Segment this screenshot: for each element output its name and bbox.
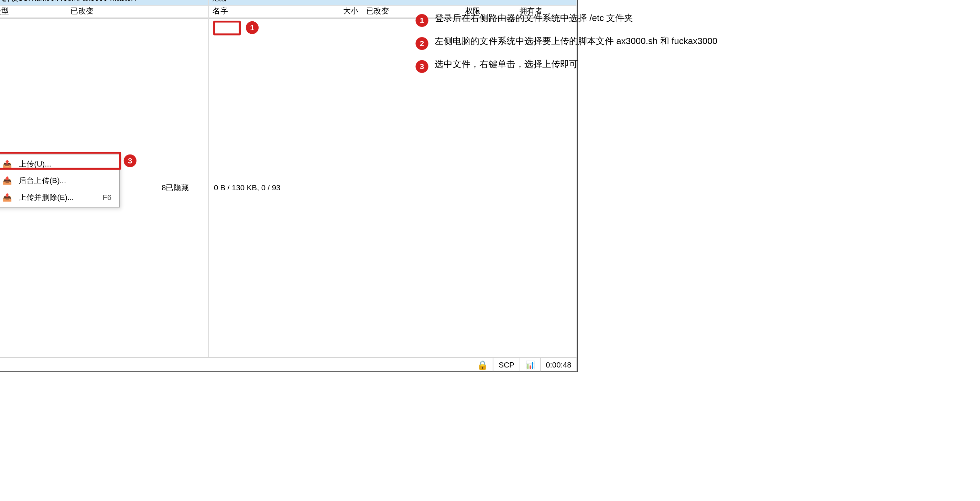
local-columns: 名字 大小 类型 已改变 — [0, 5, 208, 18]
note-3: 选中文件，右键单击，选择上传即可 — [434, 59, 578, 70]
local-path: C:\...\红米 AX6\不扩容刷机软件及固件\软件及固件\解锁SSH\unl… — [0, 0, 208, 5]
annot-marker-3: 3 — [124, 155, 137, 167]
note-1: 登录后在右侧路由器的文件系统中选择 /etc 文件夹 — [434, 13, 633, 24]
remote-status: 0 B / 130 KB, 0 / 93 — [214, 183, 281, 192]
sub-upload-delete[interactable]: 📤上传并删除(E)...F6 — [0, 189, 118, 206]
annot-box-1 — [213, 21, 241, 35]
note-2: 左侧电脑的文件系统中选择要上传的脚本文件 ax3000.sh 和 fuckax3… — [434, 36, 717, 47]
notes-panel: 1登录后在右侧路由器的文件系统中选择 /etc 文件夹 2左侧电脑的文件系统中选… — [404, 0, 980, 501]
sub-bg-upload[interactable]: 📤后台上传(B)... — [0, 172, 118, 189]
annot-box-3 — [0, 152, 121, 170]
local-hidden: 8已隐藏 — [162, 182, 189, 193]
annot-marker-1: 1 — [246, 21, 259, 34]
